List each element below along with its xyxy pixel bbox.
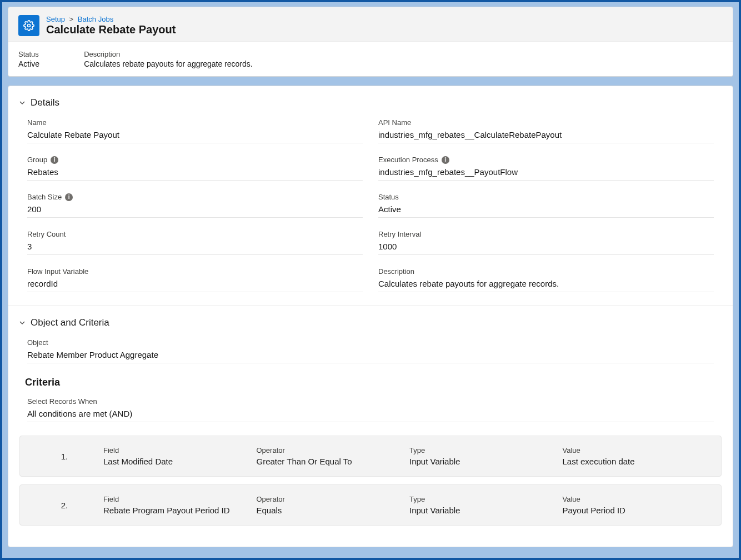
field-label-select-when: Select Records When xyxy=(27,397,714,406)
field-label-object: Object xyxy=(27,338,714,347)
section-object-criteria: Object and Criteria Object Rebate Member… xyxy=(8,306,733,547)
criteria-operator-label: Operator xyxy=(257,446,404,454)
page-header: Setup > Batch Jobs Calculate Rebate Payo… xyxy=(8,7,733,42)
field-label-batch-size-text: Batch Size xyxy=(27,193,62,201)
field-value-batch-size: 200 xyxy=(27,204,363,218)
criteria-row-number: 2. xyxy=(31,501,98,510)
section-header-object-criteria[interactable]: Object and Criteria xyxy=(18,317,723,328)
criteria-operator-value: Greater Than Or Equal To xyxy=(257,457,404,466)
field-label-batch-size: Batch Size i xyxy=(27,193,363,201)
criteria-heading: Criteria xyxy=(18,377,723,388)
field-label-description: Description xyxy=(378,267,714,276)
summary-description-label: Description xyxy=(84,50,253,58)
field-label-status: Status xyxy=(378,193,714,201)
field-value-retry-count: 3 xyxy=(27,242,363,255)
criteria-row: 2. Field Rebate Program Payout Period ID… xyxy=(19,484,722,526)
summary-bar: Status Active Description Calculates reb… xyxy=(8,42,733,77)
page-title: Calculate Rebate Payout xyxy=(46,23,176,36)
field-label-execution-process: Execution Process i xyxy=(378,156,714,164)
criteria-value-label: Value xyxy=(563,446,710,454)
criteria-type-label: Type xyxy=(409,495,557,503)
criteria-field-value: Last Modified Date xyxy=(103,457,251,466)
field-value-retry-interval: 1000 xyxy=(378,242,714,255)
field-label-execution-process-text: Execution Process xyxy=(378,156,438,164)
field-value-api-name: industries_mfg_rebates__CalculateRebateP… xyxy=(378,130,714,143)
svg-point-0 xyxy=(28,24,31,27)
section-details: Details Name Calculate Rebate Payout API… xyxy=(8,86,733,306)
criteria-value-value: Last execution date xyxy=(563,457,710,466)
criteria-field-label: Field xyxy=(103,495,251,503)
field-label-retry-interval: Retry Interval xyxy=(378,230,714,238)
criteria-type-value: Input Variable xyxy=(409,457,557,466)
criteria-row: 1. Field Last Modified Date Operator Gre… xyxy=(19,436,722,477)
info-icon[interactable]: i xyxy=(51,156,58,164)
field-label-api-name: API Name xyxy=(378,118,714,127)
field-label-group-text: Group xyxy=(27,156,47,164)
field-value-select-when: All conditions are met (AND) xyxy=(27,409,714,422)
field-label-flow-input-var: Flow Input Variable xyxy=(27,267,363,276)
section-title-details: Details xyxy=(31,97,59,108)
field-label-group: Group i xyxy=(27,156,363,164)
criteria-operator-label: Operator xyxy=(257,495,404,503)
criteria-type-value: Input Variable xyxy=(409,506,557,515)
field-value-execution-process: industries_mfg_rebates__PayoutFlow xyxy=(378,167,714,181)
main-panel: Details Name Calculate Rebate Payout API… xyxy=(8,86,733,547)
gear-icon xyxy=(18,15,39,36)
criteria-row-number: 1. xyxy=(31,452,98,461)
field-value-object: Rebate Member Product Aggregate xyxy=(27,350,714,363)
breadcrumb-sep: > xyxy=(69,15,74,23)
section-header-details[interactable]: Details xyxy=(18,97,723,108)
info-icon[interactable]: i xyxy=(65,193,73,201)
breadcrumb-setup[interactable]: Setup xyxy=(46,15,65,23)
field-label-retry-count: Retry Count xyxy=(27,230,363,238)
info-icon[interactable]: i xyxy=(442,156,449,164)
criteria-field-value: Rebate Program Payout Period ID xyxy=(103,506,251,515)
summary-description-value: Calculates rebate payouts for aggregate … xyxy=(84,59,253,68)
summary-status-label: Status xyxy=(18,50,39,58)
section-title-object-criteria: Object and Criteria xyxy=(31,317,109,328)
field-value-flow-input-var: recordId xyxy=(27,279,363,292)
criteria-operator-value: Equals xyxy=(257,506,404,515)
field-value-description: Calculates rebate payouts for aggregate … xyxy=(378,279,714,292)
criteria-value-value: Payout Period ID xyxy=(563,506,710,515)
criteria-field-label: Field xyxy=(103,446,251,454)
field-value-status: Active xyxy=(378,204,714,218)
breadcrumb-batch-jobs[interactable]: Batch Jobs xyxy=(78,15,113,23)
field-value-name: Calculate Rebate Payout xyxy=(27,130,363,143)
breadcrumb: Setup > Batch Jobs xyxy=(46,15,176,23)
field-value-group: Rebates xyxy=(27,167,363,181)
chevron-down-icon xyxy=(18,99,26,107)
criteria-type-label: Type xyxy=(409,446,557,454)
field-label-name: Name xyxy=(27,118,363,127)
summary-status-value: Active xyxy=(18,59,39,68)
chevron-down-icon xyxy=(18,319,26,327)
criteria-value-label: Value xyxy=(563,495,710,503)
